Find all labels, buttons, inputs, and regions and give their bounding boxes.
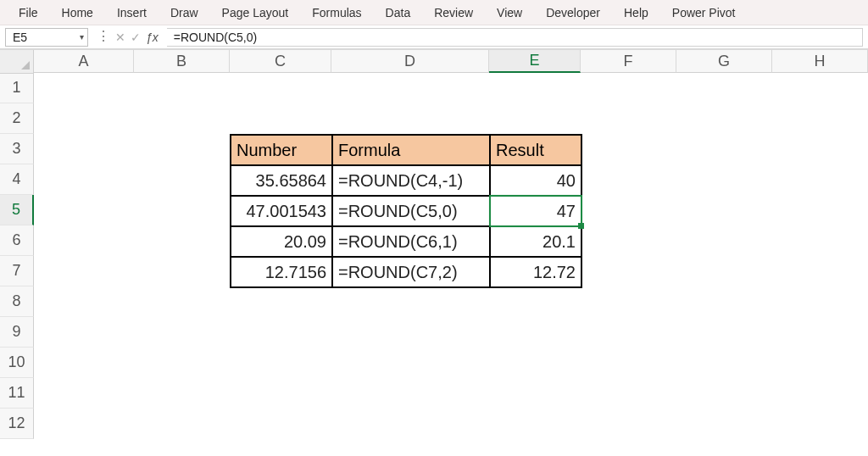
table-row: 35.65864 =ROUND(C4,-1) 40 [231, 165, 581, 196]
enter-icon[interactable]: ✓ [131, 31, 141, 44]
tab-file[interactable]: File [8, 3, 48, 23]
cell-number[interactable]: 12.7156 [231, 257, 332, 287]
row-header-3[interactable]: 3 [0, 134, 34, 164]
column-headers: ABCDEFGH [0, 49, 868, 73]
column-header-d[interactable]: D [331, 50, 489, 73]
tab-home[interactable]: Home [52, 3, 103, 23]
cell-number[interactable]: 20.09 [231, 226, 332, 257]
column-header-a[interactable]: A [34, 50, 134, 73]
row-header-5[interactable]: 5 [0, 195, 34, 225]
row-header-9[interactable]: 9 [0, 317, 34, 348]
tab-page-layout[interactable]: Page Layout [212, 3, 299, 23]
row-headers: 123456789101112 [0, 73, 34, 456]
row-header-2[interactable]: 2 [0, 103, 34, 134]
select-all-triangle[interactable] [0, 50, 34, 74]
fx-icon[interactable]: ƒx [146, 31, 159, 44]
row-header-10[interactable]: 10 [0, 348, 34, 378]
row-header-6[interactable]: 6 [0, 225, 34, 256]
row-header-11[interactable]: 11 [0, 378, 34, 409]
column-header-h[interactable]: H [772, 50, 868, 73]
cell-formula[interactable]: =ROUND(C6,1) [332, 226, 490, 257]
tab-help[interactable]: Help [614, 3, 659, 23]
column-header-e[interactable]: E [489, 50, 581, 73]
divider-icon: ⋮ [97, 28, 110, 44]
header-formula[interactable]: Formula [332, 135, 490, 165]
cells-area[interactable]: Number Formula Result 35.65864 =ROUND(C4… [34, 73, 868, 456]
cell-number[interactable]: 35.65864 [231, 165, 332, 196]
table-header-row: Number Formula Result [231, 135, 581, 165]
formula-text: =ROUND(C5,0) [174, 31, 257, 44]
header-number[interactable]: Number [231, 135, 332, 165]
cell-result[interactable]: 40 [490, 165, 581, 196]
cell-result[interactable]: 12.72 [490, 257, 581, 287]
cell-number[interactable]: 47.001543 [231, 196, 332, 226]
table-row: 47.001543 =ROUND(C5,0) 47 [231, 196, 581, 226]
row-header-8[interactable]: 8 [0, 286, 34, 317]
tab-power-pivot[interactable]: Power Pivot [662, 3, 746, 23]
chevron-down-icon[interactable]: ▾ [80, 32, 84, 42]
cell-formula[interactable]: =ROUND(C5,0) [332, 196, 490, 226]
cell-formula[interactable]: =ROUND(C7,2) [332, 257, 490, 287]
formula-bar-controls: ⋮ ✕ ✓ ƒx [93, 29, 162, 45]
cell-result[interactable]: 47 [490, 196, 581, 226]
grid-area: 123456789101112 Number Formula Result 35… [0, 73, 868, 456]
cell-result[interactable]: 20.1 [490, 226, 581, 257]
row-header-12[interactable]: 12 [0, 409, 34, 439]
data-table: Number Formula Result 35.65864 =ROUND(C4… [230, 134, 582, 288]
cancel-icon[interactable]: ✕ [115, 31, 125, 44]
name-box[interactable]: E5 ▾ [5, 28, 88, 47]
table-row: 12.7156 =ROUND(C7,2) 12.72 [231, 257, 581, 287]
formula-bar-row: E5 ▾ ⋮ ✕ ✓ ƒx =ROUND(C5,0) [0, 25, 868, 49]
ribbon-tabs: File Home Insert Draw Page Layout Formul… [0, 0, 868, 25]
header-result[interactable]: Result [490, 135, 581, 165]
tab-review[interactable]: Review [424, 3, 483, 23]
row-header-1[interactable]: 1 [0, 73, 34, 103]
tab-formulas[interactable]: Formulas [302, 3, 371, 23]
tab-draw[interactable]: Draw [160, 3, 209, 23]
tab-developer[interactable]: Developer [536, 3, 610, 23]
column-header-c[interactable]: C [230, 50, 331, 73]
column-header-g[interactable]: G [676, 50, 772, 73]
row-header-4[interactable]: 4 [0, 164, 34, 195]
name-box-value: E5 [13, 31, 27, 44]
row-header-7[interactable]: 7 [0, 256, 34, 286]
column-header-b[interactable]: B [134, 50, 230, 73]
table-row: 20.09 =ROUND(C6,1) 20.1 [231, 226, 581, 257]
tab-insert[interactable]: Insert [107, 3, 157, 23]
formula-input[interactable]: =ROUND(C5,0) [167, 28, 863, 47]
cell-formula[interactable]: =ROUND(C4,-1) [332, 165, 490, 196]
column-header-f[interactable]: F [581, 50, 676, 73]
tab-view[interactable]: View [487, 3, 532, 23]
tab-data[interactable]: Data [376, 3, 421, 23]
